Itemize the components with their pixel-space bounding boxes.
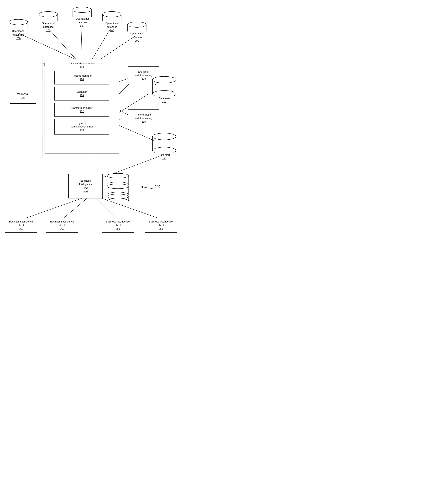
op-db-3: Operationaldatabase 200	[72, 6, 92, 28]
data-vault-icon	[151, 76, 177, 96]
data-vault: Data vault 112	[151, 76, 177, 104]
bi-cluster	[105, 172, 131, 202]
svg-point-56	[152, 147, 176, 152]
op-db-1: Operational database 200	[8, 18, 29, 40]
svg-point-62	[107, 174, 129, 178]
data-mart-icon	[151, 133, 177, 152]
bi-client-2: Business intelligenceclient 260	[46, 218, 78, 233]
data-mart: Data mart 120	[151, 133, 177, 160]
svg-line-2	[81, 29, 82, 60]
op-db-2: Operationaldatabase 200	[38, 11, 59, 32]
svg-line-15	[24, 198, 84, 219]
svg-point-51	[152, 90, 176, 96]
svg-point-32	[39, 12, 58, 17]
svg-point-37	[73, 7, 91, 12]
op-db-5-icon	[127, 21, 147, 31]
extractor: Extractor 128	[54, 87, 109, 101]
process-manager: Process manager 124	[54, 71, 109, 84]
svg-line-1	[50, 30, 76, 60]
bi-client-1: Business intelligenceclient 260	[5, 218, 37, 233]
transformation-script-repo: Transformationscript repository 116	[128, 109, 159, 127]
op-db-1-icon	[8, 18, 29, 29]
svg-point-57	[152, 133, 176, 140]
diagram-container: 100 Operational database 200	[0, 0, 210, 252]
bi-cluster-icon	[105, 173, 131, 201]
op-db-3-icon	[72, 6, 92, 17]
op-db-1-label: Operational database 200	[8, 29, 29, 40]
svg-point-47	[127, 22, 146, 27]
svg-point-71	[107, 199, 129, 201]
svg-point-67	[107, 184, 129, 189]
mail-server: Mail server 280	[10, 88, 36, 104]
system-admin-utility: Systemadministration utility 136	[54, 119, 109, 134]
svg-point-26	[9, 19, 28, 25]
svg-line-16	[63, 198, 88, 219]
op-db-4-icon	[102, 11, 122, 21]
data-warehouse-server: Data warehouse server 104 Process manage…	[45, 60, 119, 153]
transformer-loader: Transformer/loader 132	[54, 103, 109, 116]
svg-line-3	[92, 30, 109, 60]
op-db-2-icon	[38, 11, 59, 21]
svg-line-19	[141, 187, 152, 189]
cluster-label-240: 240	[155, 185, 160, 189]
svg-point-72	[107, 194, 129, 199]
bi-server: BusinessIntelligenceServer 220	[68, 174, 103, 198]
op-db-4: Operationaldatabase 200	[102, 11, 122, 32]
bi-client-4: Business intelligenceclient 260	[145, 218, 177, 233]
op-db-5: Operationaldatabase 200	[127, 21, 147, 43]
svg-point-42	[102, 12, 121, 17]
bi-client-3: Business intelligenceclient 260	[102, 218, 134, 233]
svg-point-52	[152, 77, 176, 83]
